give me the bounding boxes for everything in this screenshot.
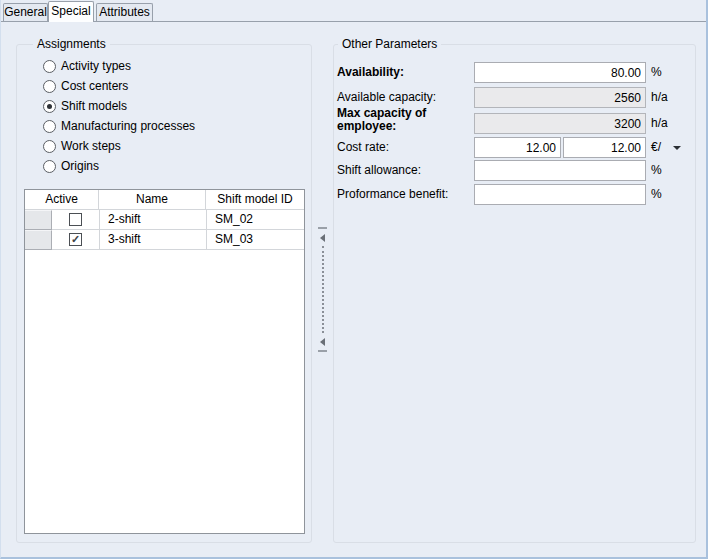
cost-rate-input-1[interactable] — [474, 137, 561, 158]
tab-special[interactable]: Special — [48, 1, 94, 22]
table-header-row: Active Name Shift model ID — [25, 190, 304, 210]
radio-manufacturing-processes-circle[interactable] — [43, 120, 56, 133]
splitter-dash — [318, 350, 327, 352]
radio-activity-types-label: Activity types — [61, 59, 131, 73]
radio-work-steps[interactable]: Work steps — [43, 136, 121, 156]
availability-unit: % — [651, 62, 662, 83]
tab-general[interactable]: General — [3, 3, 48, 21]
shift-model-table: Active Name Shift model ID 2-shift SM_02… — [24, 189, 305, 534]
active-checkbox-unchecked[interactable] — [69, 213, 82, 226]
tab-attributes[interactable]: Attributes — [96, 3, 153, 21]
proformance-benefit-label: Proformance benefit: — [337, 184, 471, 205]
radio-manufacturing-processes[interactable]: Manufacturing processes — [43, 116, 195, 136]
radio-cost-centers-label: Cost centers — [61, 79, 128, 93]
splitter-dash — [318, 227, 327, 229]
radio-origins-label: Origins — [61, 159, 99, 173]
splitter-collapse-arrow-icon[interactable] — [320, 338, 325, 346]
shift-model-id-cell[interactable]: SM_03 — [207, 230, 304, 250]
active-checkbox-checked[interactable]: ✓ — [69, 233, 82, 246]
splitter-collapse-arrow-icon[interactable] — [320, 234, 325, 242]
shift-allowance-input[interactable] — [474, 160, 646, 181]
max-capacity-input — [474, 113, 646, 134]
radio-cost-centers[interactable]: Cost centers — [43, 76, 128, 96]
max-capacity-label: Max capacity of employee: — [337, 107, 447, 133]
radio-origins[interactable]: Origins — [43, 156, 99, 176]
max-capacity-unit: h/a — [651, 113, 668, 134]
column-header-name[interactable]: Name — [99, 190, 206, 210]
radio-shift-models[interactable]: Shift models — [43, 96, 127, 116]
tab-general-label: General — [4, 5, 47, 19]
panel-splitter[interactable] — [316, 227, 329, 352]
other-parameters-groupbox-title: Other Parameters — [338, 37, 441, 51]
row-selector[interactable] — [25, 230, 52, 250]
name-cell[interactable]: 3-shift — [100, 230, 207, 250]
name-cell[interactable]: 2-shift — [100, 210, 207, 230]
row-selector[interactable] — [25, 210, 52, 230]
tab-special-label: Special — [51, 4, 90, 18]
radio-work-steps-label: Work steps — [61, 139, 121, 153]
assignments-groupbox-title: Assignments — [33, 37, 110, 51]
table-row: ✓ 3-shift SM_03 — [25, 230, 304, 250]
splitter-grip[interactable] — [322, 246, 324, 333]
active-cell[interactable] — [52, 210, 100, 230]
active-cell[interactable]: ✓ — [52, 230, 100, 250]
proformance-benefit-unit: % — [651, 184, 662, 205]
radio-activity-types-circle[interactable] — [43, 60, 56, 73]
availability-label: Availability: — [337, 62, 471, 83]
tab-attributes-label: Attributes — [99, 5, 150, 19]
availability-input[interactable] — [474, 62, 646, 83]
proformance-benefit-input[interactable] — [474, 184, 646, 205]
cost-rate-unit: €/ — [651, 137, 661, 158]
radio-cost-centers-circle[interactable] — [43, 80, 56, 93]
shift-model-id-cell[interactable]: SM_02 — [207, 210, 304, 230]
cost-rate-input-2[interactable] — [563, 137, 646, 158]
shift-allowance-unit: % — [651, 160, 662, 181]
properties-window: General Special Attributes Assignments A… — [0, 0, 708, 559]
radio-shift-models-circle[interactable] — [43, 100, 56, 113]
available-capacity-unit: h/a — [651, 87, 668, 108]
available-capacity-input — [474, 87, 646, 108]
column-header-active[interactable]: Active — [25, 190, 99, 210]
table-row: 2-shift SM_02 — [25, 210, 304, 230]
radio-work-steps-circle[interactable] — [43, 140, 56, 153]
radio-manufacturing-processes-label: Manufacturing processes — [61, 119, 195, 133]
cost-rate-unit-dropdown-icon[interactable] — [670, 137, 684, 158]
radio-shift-models-label: Shift models — [61, 99, 127, 113]
cost-rate-label: Cost rate: — [337, 137, 471, 158]
tab-pane-border — [1, 21, 706, 22]
radio-activity-types[interactable]: Activity types — [43, 56, 131, 76]
available-capacity-label: Available capacity: — [337, 87, 471, 108]
shift-allowance-label: Shift allowance: — [337, 160, 471, 181]
radio-origins-circle[interactable] — [43, 160, 56, 173]
column-header-shift-model-id[interactable]: Shift model ID — [206, 190, 304, 210]
